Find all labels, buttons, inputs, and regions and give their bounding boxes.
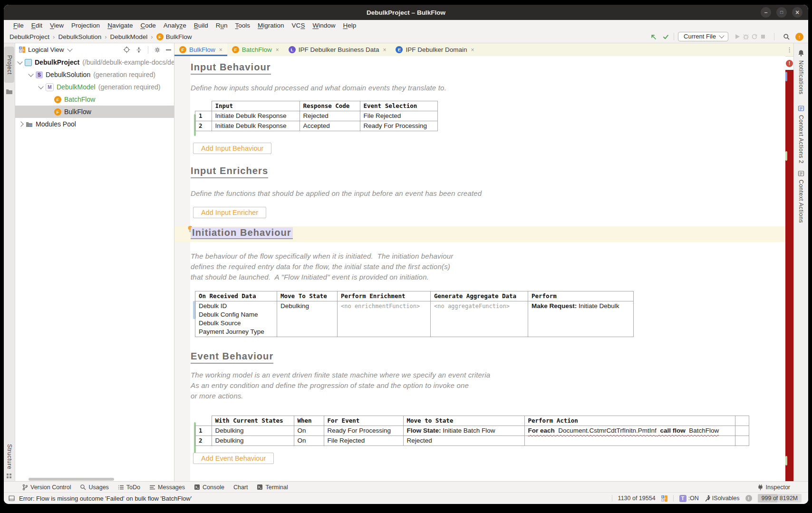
- close-icon[interactable]: ×: [383, 47, 386, 53]
- close-icon[interactable]: ×: [219, 47, 222, 53]
- context-actions-2-icon[interactable]: [798, 105, 804, 112]
- tool-window-button-context-actions[interactable]: Context Actions: [798, 180, 804, 223]
- tree-row-batchflow[interactable]: F BatchFlow: [15, 93, 174, 106]
- menu-build[interactable]: Build: [190, 22, 212, 29]
- run-configuration-select[interactable]: Current File: [678, 32, 728, 41]
- tool-window-button-inspector[interactable]: Inspector: [757, 484, 790, 491]
- error-stripe[interactable]: [785, 70, 793, 482]
- table-row[interactable]: 1 Initiate Debulk Response Rejected File…: [195, 111, 438, 121]
- add-event-behaviour-button[interactable]: Add Event Behaviour: [193, 453, 274, 464]
- menu-file[interactable]: File: [10, 22, 28, 29]
- horizontal-scrollbar[interactable]: [29, 478, 114, 481]
- menu-migration[interactable]: Migration: [254, 22, 288, 29]
- menu-projection[interactable]: Projection: [68, 22, 104, 29]
- view-selector[interactable]: Logical View: [28, 46, 64, 53]
- solvables-widget[interactable]: ISolvables: [705, 495, 740, 502]
- menu-window[interactable]: Window: [309, 22, 339, 29]
- tool-window-button-context-actions-2[interactable]: Context Actions 2: [798, 115, 804, 164]
- search-everywhere-icon[interactable]: [782, 32, 791, 41]
- layout-grid-icon[interactable]: [6, 473, 12, 479]
- tool-window-button-todo[interactable]: ToDo: [118, 484, 140, 491]
- coverage-button[interactable]: [750, 32, 759, 41]
- tab-bulkflow[interactable]: F BulkFlow ×: [174, 43, 227, 56]
- toggle-widget[interactable]: T :ON: [679, 495, 699, 502]
- tool-window-button-messages[interactable]: Messages: [149, 484, 185, 491]
- run-button[interactable]: [733, 32, 742, 41]
- menu-navigate[interactable]: Navigate: [104, 22, 136, 29]
- stop-button[interactable]: [759, 32, 767, 41]
- tree-row-modules-pool[interactable]: Modules Pool: [15, 118, 174, 130]
- breadcrumb-item-project[interactable]: DebulkProject: [10, 33, 49, 40]
- weak-warning-badge[interactable]: !: [745, 495, 752, 502]
- tree-row-project[interactable]: DebulkProject (/build/debulk-example-doc…: [15, 56, 174, 68]
- tool-window-button-chart[interactable]: Chart: [233, 484, 248, 491]
- menu-tools[interactable]: Tools: [232, 22, 254, 29]
- initiation-behaviour-table[interactable]: On Received Data Move To State Perform E…: [195, 291, 634, 337]
- table-row[interactable]: 2 Initiate Debulk Response Accepted Read…: [195, 121, 438, 131]
- menu-code[interactable]: Code: [136, 22, 159, 29]
- minimize-button[interactable]: –: [761, 7, 771, 18]
- chevron-expanded-icon[interactable]: [38, 84, 43, 89]
- tool-window-button-version-control[interactable]: Version Control: [22, 484, 71, 491]
- breadcrumb-item-flow[interactable]: BulkFlow: [166, 33, 192, 40]
- tab-options-kebab[interactable]: ⋮: [785, 43, 793, 57]
- bell-icon[interactable]: [798, 49, 804, 57]
- chevron-expanded-icon[interactable]: [17, 59, 22, 64]
- table-row[interactable]: 1 Debulking On Ready For Processing Flow…: [195, 426, 749, 436]
- tool-window-button-terminal[interactable]: Terminal: [257, 484, 288, 491]
- menu-run[interactable]: Run: [212, 22, 232, 29]
- run-checks-icon[interactable]: [661, 32, 670, 41]
- stripe-marker[interactable]: [785, 151, 787, 161]
- breadcrumb-item-model[interactable]: DebulkModel: [110, 33, 148, 40]
- tree-row-model[interactable]: M DebulkModel (generation required): [15, 81, 174, 93]
- tool-window-button-usages[interactable]: Usages: [80, 484, 108, 491]
- close-icon[interactable]: ×: [471, 47, 474, 53]
- update-available-icon[interactable]: ↑: [795, 33, 803, 41]
- stripe-marker[interactable]: [785, 456, 787, 465]
- event-behaviour-table[interactable]: With Current States When For Event Move …: [195, 416, 749, 446]
- tab-ipf-debulker-business-data[interactable]: L IPF Debulker Business Data ×: [284, 43, 391, 56]
- chevron-collapsed-icon[interactable]: [18, 121, 23, 126]
- table-row[interactable]: 2 Debulking On File Rejected Rejected: [195, 436, 749, 446]
- flow-action-expression[interactable]: For each Document.CstmrCdtTrfInitn.PmtIn…: [528, 427, 719, 434]
- input-behaviour-table[interactable]: Input Response Code Event Selection 1 In…: [195, 101, 438, 131]
- tool-window-button-project[interactable]: Project: [4, 47, 14, 83]
- close-button[interactable]: ×: [792, 7, 802, 18]
- error-count-badge[interactable]: !: [786, 60, 793, 67]
- tab-ipf-debulker-domain[interactable]: E IPF Debulker Domain ×: [391, 43, 479, 56]
- add-input-enricher-button[interactable]: Add Input Enricher: [193, 207, 266, 218]
- menu-vcs[interactable]: VCS: [288, 22, 309, 29]
- locate-file-icon[interactable]: [123, 46, 130, 53]
- menu-view[interactable]: View: [46, 22, 68, 29]
- tree-row-solution[interactable]: S DebulkSolution (generation required): [15, 68, 174, 81]
- memory-indicator[interactable]: 999 of 8192M: [758, 494, 802, 503]
- breadcrumb-item-solution[interactable]: DebulkSolution: [58, 33, 101, 40]
- chevron-down-icon[interactable]: [67, 46, 72, 51]
- document-editor[interactable]: Input Behaviour Define how inputs should…: [174, 56, 785, 482]
- chevron-expanded-icon[interactable]: [28, 71, 33, 77]
- table-row[interactable]: Debulk ID Debulk Config Name Debulk Sour…: [195, 301, 634, 337]
- build-arrow-icon[interactable]: [649, 32, 657, 41]
- menu-edit[interactable]: Edit: [28, 22, 46, 29]
- maximize-button[interactable]: □: [776, 7, 787, 18]
- status-error-message[interactable]: Error: Flow is missing outcome 'Failed' …: [19, 495, 192, 502]
- title-bar[interactable]: DebulkProject – BulkFlow – □ ×: [4, 5, 808, 20]
- close-icon[interactable]: ×: [276, 47, 279, 53]
- tool-window-button-structure[interactable]: Structure: [6, 444, 13, 469]
- tool-window-button-console[interactable]: Console: [194, 484, 224, 491]
- gear-icon[interactable]: [154, 47, 161, 53]
- menu-analyze[interactable]: Analyze: [160, 22, 190, 29]
- stripe-marker[interactable]: [785, 72, 787, 81]
- tree-row-bulkflow[interactable]: F BulkFlow: [15, 106, 174, 118]
- tab-batchflow[interactable]: F BatchFlow ×: [227, 43, 284, 56]
- debug-button[interactable]: [742, 32, 750, 41]
- tool-window-button-notifications[interactable]: Notifications: [798, 60, 804, 95]
- menu-help[interactable]: Help: [339, 22, 360, 29]
- add-input-behaviour-button[interactable]: Add Input Behaviour: [193, 143, 271, 154]
- collapse-all-icon[interactable]: [135, 47, 142, 53]
- caret-position-widget[interactable]: 1130 of 19554: [618, 495, 656, 502]
- hide-panel-icon[interactable]: [166, 49, 171, 50]
- window-icon[interactable]: [9, 495, 15, 501]
- folder-icon[interactable]: [6, 88, 13, 95]
- context-actions-icon[interactable]: [798, 170, 804, 177]
